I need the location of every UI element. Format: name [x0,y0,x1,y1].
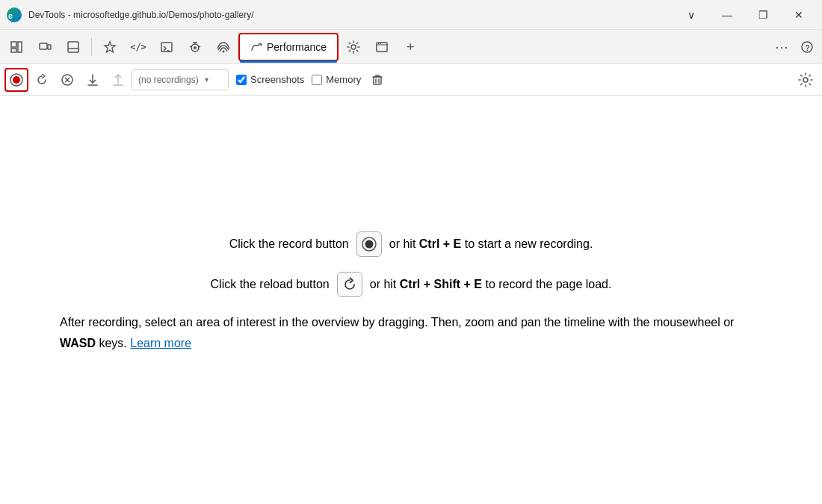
svg-point-20 [351,45,356,49]
svg-rect-36 [374,77,381,84]
export-button [106,68,130,92]
clear-button[interactable] [55,68,79,92]
learn-more-link[interactable]: Learn more [130,337,191,349]
title-bar: e DevTools - microsoftedge.github.io/Dem… [0,0,822,30]
memory-label: Memory [326,74,361,85]
screenshots-checkbox-label[interactable]: Screenshots [236,74,304,85]
svg-rect-2 [11,42,16,47]
reload-shortcut: Ctrl + Shift + E [400,278,482,290]
svg-rect-4 [18,42,22,52]
svg-text:e: e [8,11,13,20]
performance-settings-button[interactable] [794,68,818,92]
window-title: DevTools - microsoftedge.github.io/Demos… [28,10,674,20]
reload-help-row: Click the reload button or hit Ctrl + Sh… [211,272,612,297]
svg-text:?: ? [806,43,810,52]
record-help-row: Click the record button or hit Ctrl + E … [229,231,593,257]
memory-checkbox-label[interactable]: Memory [312,74,361,85]
record-button[interactable] [4,68,28,92]
browser-logo: e [6,7,22,23]
tab-separator-1 [91,38,92,56]
record-help-shortcut-prefix: or hit Ctrl + E to start a new recording… [389,237,593,251]
reload-help-prefix: Click the reload button [211,278,330,291]
help-btn[interactable]: ? [795,35,819,59]
welcome-tab-btn[interactable] [96,34,123,60]
svg-rect-9 [161,43,172,52]
main-content-area: Click the record button or hit Ctrl + E … [0,96,822,504]
dropdown-arrow-icon: ▾ [205,75,208,84]
console-tab-btn[interactable] [153,34,180,60]
memory-checkbox[interactable] [312,75,322,85]
toggle-drawer-btn[interactable] [60,34,87,60]
svg-rect-6 [48,45,51,49]
reload-record-button[interactable] [30,68,54,92]
svg-point-17 [223,50,225,52]
recordings-dropdown[interactable]: (no recordings) ▾ [132,69,229,90]
window-controls: ∨ — ❐ ✕ [674,3,816,27]
performance-icon [250,41,262,53]
reload-help-end: to record the page load. [482,278,611,290]
after-recording-suffix: keys. [96,337,127,349]
sources-tab-btn[interactable]: </> [125,34,152,60]
svg-point-23 [378,43,380,44]
delete-recording-button[interactable] [365,68,389,92]
reload-help-shortcut-prefix: or hit Ctrl + Shift + E to record the pa… [370,278,612,291]
restore-button[interactable]: ❐ [746,3,780,27]
debugger-tab-btn[interactable] [182,34,208,60]
svg-point-24 [380,43,381,44]
reload-button-inline-icon [337,272,362,297]
wasd-bold: WASD [60,337,96,349]
browser-preview-btn[interactable] [368,34,395,60]
svg-rect-3 [11,49,16,52]
performance-tab[interactable]: Performance [238,33,339,61]
record-help-end: to start a new recording. [461,237,593,250]
chevron-down-btn[interactable]: ∨ [674,3,708,27]
after-recording-help: After recording, select an area of inter… [60,312,762,352]
add-tab-btn[interactable]: + [397,34,424,60]
svg-line-19 [260,45,262,46]
svg-rect-5 [40,43,47,49]
svg-point-28 [13,76,20,84]
performance-tab-label: Performance [267,41,327,53]
minimize-button[interactable]: — [710,3,744,27]
settings-cog-btn[interactable] [340,34,367,60]
svg-line-15 [199,46,200,47]
record-shortcut: Ctrl + E [419,237,461,250]
svg-point-39 [803,78,808,82]
inspect-icon-btn[interactable] [3,34,30,60]
after-recording-text: After recording, select an area of inter… [60,316,734,329]
close-button[interactable]: ✕ [782,3,816,27]
toolbar-actions-row: (no recordings) ▾ Screenshots Memory [0,64,822,96]
device-emulation-btn[interactable] [31,34,58,60]
more-options-btn[interactable]: ⋯ [770,35,794,59]
recordings-value: (no recordings) [138,75,199,85]
svg-point-41 [365,240,373,249]
import-button[interactable] [81,68,105,92]
svg-rect-7 [68,42,78,52]
screenshots-label: Screenshots [250,74,304,85]
screenshots-checkbox[interactable] [236,75,247,85]
network-tab-btn[interactable] [210,34,237,60]
record-button-inline-icon [356,231,382,257]
svg-line-14 [190,46,191,47]
svg-point-13 [194,46,197,49]
record-help-prefix: Click the record button [229,237,349,251]
devtools-tabs-row: </> [0,30,822,64]
